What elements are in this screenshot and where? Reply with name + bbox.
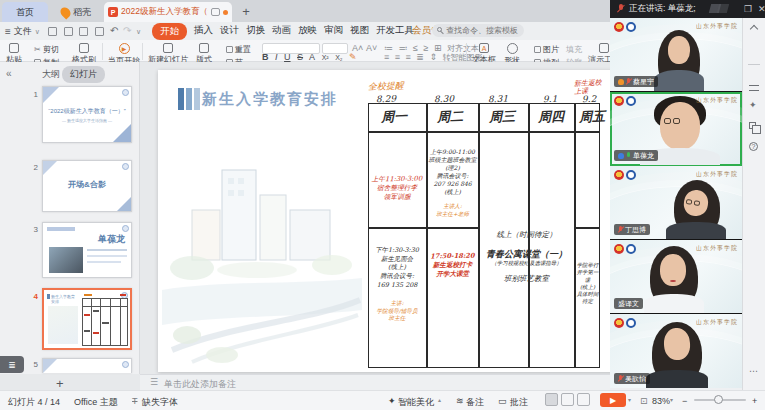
slide-thumbnail-4-selected[interactable]: 新生入学教育安排	[42, 288, 132, 350]
picture-icon	[534, 46, 541, 53]
beautify-magic-icon[interactable]: ✦	[749, 100, 757, 110]
meeting-header[interactable]: 正在讲话: 单葆龙; ❐ ✕	[610, 0, 765, 18]
thumbnail-play-icon[interactable]	[122, 89, 129, 96]
reading-view-button[interactable]	[577, 393, 590, 406]
sorter-view-button[interactable]	[561, 393, 574, 406]
cut-button[interactable]: ✂ 剪切	[34, 44, 59, 55]
menu-tab-view[interactable]: 视图	[350, 24, 369, 37]
menu-tab-slideshow[interactable]: 放映	[298, 24, 317, 37]
thumb-decoration	[84, 294, 92, 296]
tab-slides[interactable]: 幻灯片	[62, 66, 105, 83]
line-spacing-icon[interactable]: ⇕	[429, 52, 437, 62]
participant-shoulders	[654, 70, 704, 92]
menu-tab-devtools[interactable]: 开发工具	[376, 24, 414, 37]
menu-tab-animation[interactable]: 动画	[272, 24, 291, 37]
thumbnail-play-icon[interactable]	[122, 163, 129, 170]
comments-toggle-button[interactable]: 批注	[510, 396, 528, 409]
participant-video-4[interactable]: 山东外事学院 盛译文	[610, 240, 742, 314]
participant-video-3[interactable]: 山东外事学院 丁思博	[610, 166, 742, 240]
picture-button[interactable]: 图片	[534, 44, 559, 55]
collapse-panel-icon[interactable]: «	[6, 68, 12, 79]
thumb-decoration	[93, 310, 99, 312]
new-tab-button[interactable]: +	[238, 3, 254, 19]
slide-title[interactable]: 新生入学教育安排	[202, 90, 338, 109]
print-icon[interactable]	[79, 27, 88, 36]
redo-icon[interactable]: ↷	[123, 25, 131, 36]
cut-label: 剪切	[43, 45, 59, 54]
more-options-icon[interactable]: ⋯	[749, 366, 758, 376]
subscript-button[interactable]: X₂	[335, 54, 342, 61]
notes-toggle-button[interactable]: 备注	[466, 396, 484, 409]
menu-tab-transition[interactable]: 切换	[246, 24, 265, 37]
search-input[interactable]	[432, 24, 524, 37]
close-window-icon[interactable]: ✕	[758, 4, 765, 14]
host-icon	[618, 79, 624, 85]
save-icon[interactable]	[48, 27, 57, 36]
slide-thumbnail-2[interactable]: 开场&合影	[42, 160, 132, 212]
strike-button[interactable]: S	[297, 52, 303, 62]
slideshow-button[interactable]: ▶	[600, 393, 626, 407]
menu-tab-insert[interactable]: 插入	[194, 24, 213, 37]
slide-thumbnail-3[interactable]: 单葆龙	[42, 222, 132, 278]
chevron-down-icon[interactable]: ▾	[628, 396, 631, 403]
restore-window-icon[interactable]: ❐	[744, 4, 752, 14]
cell-line: 下午1:30-3:30	[369, 246, 425, 255]
scissors-icon: ✂	[34, 45, 41, 54]
participant-video-2-speaking[interactable]: 山东外事学院 单葆龙	[610, 92, 742, 166]
help-icon[interactable]: ?	[749, 142, 758, 151]
zoom-out-button[interactable]: −	[682, 396, 687, 406]
participant-name: 吴歆怡	[625, 374, 646, 384]
menu-tab-design[interactable]: 设计	[220, 24, 239, 37]
menu-tab-review[interactable]: 审阅	[324, 24, 343, 37]
tab-docer[interactable]: 稻壳	[50, 2, 102, 22]
zoom-slider-knob[interactable]	[714, 395, 723, 404]
italic-button[interactable]: I	[275, 52, 278, 62]
participant-video-1[interactable]: 山东外事学院 蔡星宇	[610, 18, 742, 92]
chevron-up-icon[interactable]: ▴	[438, 396, 441, 403]
mic-muted-icon	[626, 78, 631, 85]
highlighter-icon[interactable]: ✎	[349, 52, 357, 62]
normal-view-button[interactable]	[545, 393, 558, 406]
tab-document[interactable]: P 2022级新生入学教育（一）	[104, 2, 232, 22]
align-center-icon[interactable]: ≡	[395, 52, 400, 62]
slide-sorter-widget[interactable]: ≣	[0, 356, 24, 373]
participant-shoulders	[666, 222, 726, 240]
tab-outline[interactable]: 大纲	[42, 68, 60, 81]
underline-button[interactable]: U	[284, 52, 291, 62]
day-mon: 周一	[381, 108, 408, 127]
chevron-down-icon[interactable]: ▾	[670, 396, 673, 403]
export-icon[interactable]	[64, 27, 73, 36]
file-menu[interactable]: ≡文件∨	[5, 25, 40, 38]
reset-button[interactable]: 重置	[226, 44, 251, 55]
thumbnail-play-icon[interactable]	[122, 225, 129, 232]
textbox-icon: A	[479, 43, 489, 53]
slide-thumbnail-1[interactable]: “2022级新生入学教育（一）” — 新生适应大学生活指南 —	[42, 86, 132, 143]
preview-icon[interactable]	[95, 27, 104, 36]
slide-thumbnail-5[interactable]	[42, 358, 132, 373]
justify-icon[interactable]: ≣	[416, 52, 424, 62]
theme-name[interactable]: Office 主题	[74, 396, 118, 409]
fill-button[interactable]: 填充	[566, 44, 582, 55]
participant-video-5[interactable]: 山东外事学院 吴歆怡	[610, 314, 742, 388]
participant-shoulders	[644, 294, 704, 314]
beautify-button[interactable]: 智能美化	[398, 396, 434, 409]
participant-name-chip: 盛译文	[614, 298, 643, 309]
settings-sliders-icon[interactable]	[749, 84, 759, 92]
align-left-icon[interactable]: ≡	[384, 52, 389, 62]
duplicate-icon[interactable]	[749, 122, 756, 129]
fit-window-icon[interactable]: ⊡	[640, 396, 648, 406]
chevron-down-icon[interactable]: ∨	[136, 28, 141, 35]
tab-home[interactable]: 首页	[2, 2, 48, 22]
align-right-icon[interactable]: ≡	[406, 52, 411, 62]
zoom-in-button[interactable]: +	[752, 396, 757, 406]
shrink-font-button[interactable]: A˅	[366, 43, 377, 53]
bold-button[interactable]: B	[262, 52, 269, 62]
undo-icon[interactable]: ↶	[110, 25, 118, 36]
superscript-button[interactable]: X²	[322, 54, 329, 61]
zoom-level[interactable]: 83%	[652, 396, 670, 406]
add-slide-button[interactable]: +	[56, 376, 64, 391]
comment-bubble-icon[interactable]	[211, 8, 220, 16]
thumbnail-play-icon[interactable]	[122, 361, 129, 368]
missing-font-label[interactable]: 缺失字体	[142, 396, 178, 409]
menu-tab-home[interactable]: 开始	[152, 23, 187, 40]
